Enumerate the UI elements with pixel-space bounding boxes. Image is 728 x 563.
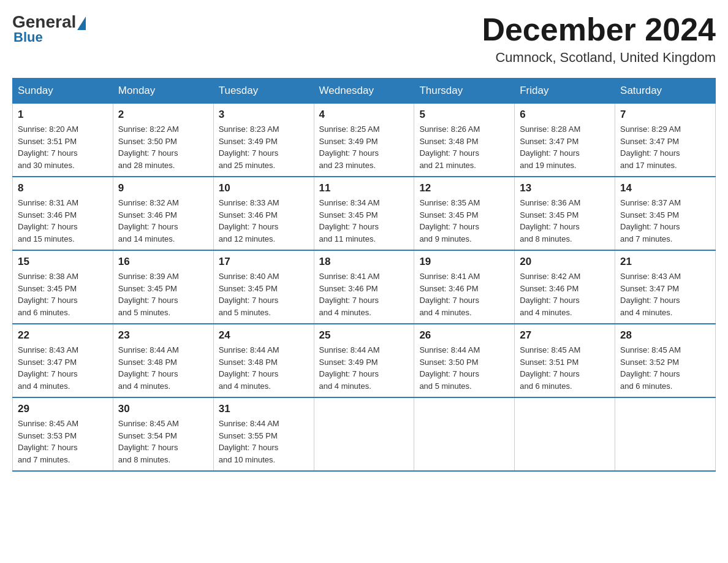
day-info: Sunrise: 8:44 AMSunset: 3:55 PMDaylight:…: [219, 418, 309, 465]
logo-blue-text: Blue: [13, 29, 43, 45]
day-info: Sunrise: 8:32 AMSunset: 3:46 PMDaylight:…: [118, 197, 208, 245]
calendar-week-row: 1Sunrise: 8:20 AMSunset: 3:51 PMDaylight…: [13, 104, 716, 177]
calendar-week-row: 15Sunrise: 8:38 AMSunset: 3:45 PMDayligh…: [13, 250, 716, 324]
weekday-header-thursday: Thursday: [414, 79, 515, 104]
day-info: Sunrise: 8:28 AMSunset: 3:47 PMDaylight:…: [520, 123, 610, 171]
day-info: Sunrise: 8:38 AMSunset: 3:45 PMDaylight:…: [18, 270, 108, 318]
day-info: Sunrise: 8:44 AMSunset: 3:50 PMDaylight:…: [419, 344, 509, 392]
day-number: 20: [520, 256, 610, 268]
day-info: Sunrise: 8:43 AMSunset: 3:47 PMDaylight:…: [18, 344, 108, 392]
logo-arrow-icon: [77, 17, 86, 30]
calendar-cell: 22Sunrise: 8:43 AMSunset: 3:47 PMDayligh…: [13, 324, 113, 397]
weekday-header-sunday: Sunday: [13, 79, 113, 104]
calendar-cell: 16Sunrise: 8:39 AMSunset: 3:45 PMDayligh…: [113, 250, 213, 324]
day-number: 4: [319, 109, 409, 121]
day-info: Sunrise: 8:45 AMSunset: 3:54 PMDaylight:…: [118, 418, 208, 465]
day-number: 18: [319, 256, 409, 268]
weekday-header-wednesday: Wednesday: [314, 79, 414, 104]
calendar-cell: 7Sunrise: 8:29 AMSunset: 3:47 PMDaylight…: [615, 104, 716, 177]
calendar-cell: 4Sunrise: 8:25 AMSunset: 3:49 PMDaylight…: [314, 104, 414, 177]
day-info: Sunrise: 8:37 AMSunset: 3:45 PMDaylight:…: [620, 197, 710, 245]
calendar-cell: 13Sunrise: 8:36 AMSunset: 3:45 PMDayligh…: [515, 177, 615, 250]
day-info: Sunrise: 8:44 AMSunset: 3:49 PMDaylight:…: [319, 344, 409, 392]
day-number: 9: [118, 182, 208, 194]
day-number: 6: [520, 109, 610, 121]
calendar-week-row: 8Sunrise: 8:31 AMSunset: 3:46 PMDaylight…: [13, 177, 716, 250]
day-number: 30: [118, 403, 208, 415]
day-info: Sunrise: 8:31 AMSunset: 3:46 PMDaylight:…: [18, 197, 108, 245]
day-info: Sunrise: 8:44 AMSunset: 3:48 PMDaylight:…: [118, 344, 208, 392]
weekday-header-tuesday: Tuesday: [213, 79, 314, 104]
calendar-cell: 10Sunrise: 8:33 AMSunset: 3:46 PMDayligh…: [213, 177, 314, 250]
day-info: Sunrise: 8:43 AMSunset: 3:47 PMDaylight:…: [620, 270, 710, 318]
calendar-cell: 17Sunrise: 8:40 AMSunset: 3:45 PMDayligh…: [213, 250, 314, 324]
calendar-cell: 26Sunrise: 8:44 AMSunset: 3:50 PMDayligh…: [414, 324, 515, 397]
calendar-cell: [615, 397, 716, 471]
calendar-cell: 21Sunrise: 8:43 AMSunset: 3:47 PMDayligh…: [615, 250, 716, 324]
weekday-header-friday: Friday: [515, 79, 615, 104]
calendar-cell: [314, 397, 414, 471]
day-number: 11: [319, 182, 409, 194]
calendar-table: SundayMondayTuesdayWednesdayThursdayFrid…: [12, 78, 716, 472]
logo: General Blue: [12, 12, 87, 45]
month-title: December 2024: [482, 12, 716, 47]
page-header: General Blue December 2024 Cumnock, Scot…: [12, 12, 716, 66]
calendar-week-row: 29Sunrise: 8:45 AMSunset: 3:53 PMDayligh…: [13, 397, 716, 471]
day-number: 16: [118, 256, 208, 268]
day-info: Sunrise: 8:40 AMSunset: 3:45 PMDaylight:…: [219, 270, 309, 318]
day-number: 24: [219, 329, 309, 342]
day-info: Sunrise: 8:41 AMSunset: 3:46 PMDaylight:…: [419, 270, 509, 318]
day-number: 8: [18, 182, 108, 194]
calendar-cell: 24Sunrise: 8:44 AMSunset: 3:48 PMDayligh…: [213, 324, 314, 397]
day-info: Sunrise: 8:29 AMSunset: 3:47 PMDaylight:…: [620, 123, 710, 171]
day-number: 10: [219, 182, 309, 194]
day-info: Sunrise: 8:45 AMSunset: 3:51 PMDaylight:…: [520, 344, 610, 392]
day-number: 3: [219, 109, 309, 121]
calendar-cell: 5Sunrise: 8:26 AMSunset: 3:48 PMDaylight…: [414, 104, 515, 177]
calendar-week-row: 22Sunrise: 8:43 AMSunset: 3:47 PMDayligh…: [13, 324, 716, 397]
day-info: Sunrise: 8:22 AMSunset: 3:50 PMDaylight:…: [118, 123, 208, 171]
calendar-cell: 19Sunrise: 8:41 AMSunset: 3:46 PMDayligh…: [414, 250, 515, 324]
calendar-cell: 8Sunrise: 8:31 AMSunset: 3:46 PMDaylight…: [13, 177, 113, 250]
day-number: 13: [520, 182, 610, 194]
day-info: Sunrise: 8:26 AMSunset: 3:48 PMDaylight:…: [419, 123, 509, 171]
day-info: Sunrise: 8:42 AMSunset: 3:46 PMDaylight:…: [520, 270, 610, 318]
day-number: 17: [219, 256, 309, 268]
calendar-cell: 28Sunrise: 8:45 AMSunset: 3:52 PMDayligh…: [615, 324, 716, 397]
day-number: 23: [118, 329, 208, 342]
calendar-cell: 6Sunrise: 8:28 AMSunset: 3:47 PMDaylight…: [515, 104, 615, 177]
day-number: 27: [520, 329, 610, 342]
day-info: Sunrise: 8:20 AMSunset: 3:51 PMDaylight:…: [18, 123, 108, 171]
weekday-header-saturday: Saturday: [615, 79, 716, 104]
day-number: 1: [18, 109, 108, 121]
day-number: 19: [419, 256, 509, 268]
day-number: 25: [319, 329, 409, 342]
calendar-cell: 25Sunrise: 8:44 AMSunset: 3:49 PMDayligh…: [314, 324, 414, 397]
calendar-cell: [414, 397, 515, 471]
location-subtitle: Cumnock, Scotland, United Kingdom: [482, 50, 716, 66]
calendar-cell: 3Sunrise: 8:23 AMSunset: 3:49 PMDaylight…: [213, 104, 314, 177]
calendar-cell: [515, 397, 615, 471]
day-number: 26: [419, 329, 509, 342]
calendar-cell: 30Sunrise: 8:45 AMSunset: 3:54 PMDayligh…: [113, 397, 213, 471]
day-number: 12: [419, 182, 509, 194]
day-number: 5: [419, 109, 509, 121]
calendar-cell: 23Sunrise: 8:44 AMSunset: 3:48 PMDayligh…: [113, 324, 213, 397]
day-info: Sunrise: 8:33 AMSunset: 3:46 PMDaylight:…: [219, 197, 309, 245]
day-number: 2: [118, 109, 208, 121]
day-info: Sunrise: 8:35 AMSunset: 3:45 PMDaylight:…: [419, 197, 509, 245]
day-number: 15: [18, 256, 108, 268]
calendar-cell: 18Sunrise: 8:41 AMSunset: 3:46 PMDayligh…: [314, 250, 414, 324]
calendar-cell: 11Sunrise: 8:34 AMSunset: 3:45 PMDayligh…: [314, 177, 414, 250]
day-info: Sunrise: 8:41 AMSunset: 3:46 PMDaylight:…: [319, 270, 409, 318]
day-number: 22: [18, 329, 108, 342]
day-number: 28: [620, 329, 710, 342]
day-number: 21: [620, 256, 710, 268]
day-info: Sunrise: 8:39 AMSunset: 3:45 PMDaylight:…: [118, 270, 208, 318]
day-number: 7: [620, 109, 710, 121]
calendar-cell: 31Sunrise: 8:44 AMSunset: 3:55 PMDayligh…: [213, 397, 314, 471]
day-info: Sunrise: 8:44 AMSunset: 3:48 PMDaylight:…: [219, 344, 309, 392]
weekday-header-monday: Monday: [113, 79, 213, 104]
calendar-cell: 9Sunrise: 8:32 AMSunset: 3:46 PMDaylight…: [113, 177, 213, 250]
day-number: 29: [18, 403, 108, 415]
